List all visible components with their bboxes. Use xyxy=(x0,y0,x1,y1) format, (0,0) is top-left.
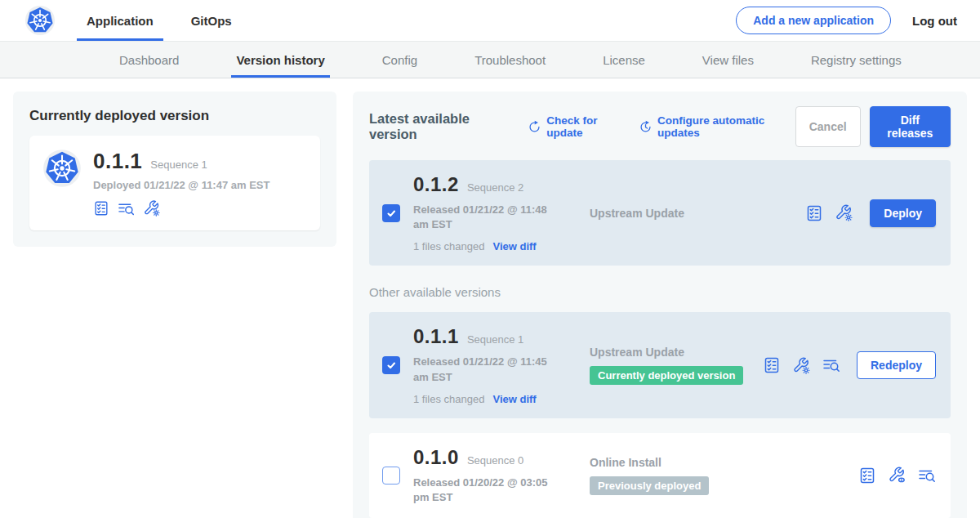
currently-deployed-panel: Currently deployed version 0.1.1 Sequenc… xyxy=(13,92,336,247)
subnav-tab-dashboard[interactable]: Dashboard xyxy=(114,42,184,78)
files-changed-label: 1 files changed xyxy=(413,393,484,405)
latest-version-header: Latest available version Check for updat… xyxy=(369,106,951,147)
version-source: Upstream Update Currently deployed versi… xyxy=(575,346,763,385)
subnav-tab-version-history[interactable]: Version history xyxy=(231,42,329,78)
sequence-label: Sequence 2 xyxy=(467,181,523,194)
version-source: Upstream Update xyxy=(575,207,805,220)
released-timestamp: Released 01/21/22 @ 11:45 am EST xyxy=(413,355,565,384)
version-row-0-1-1: 0.1.1 Sequence 1 Released 01/21/22 @ 11:… xyxy=(369,312,951,418)
view-config-icon[interactable] xyxy=(888,466,906,485)
version-number: 0.1.0 xyxy=(413,446,459,469)
currently-deployed-title: Currently deployed version xyxy=(29,108,320,124)
deployed-sequence-label: Sequence 1 xyxy=(150,159,207,171)
tab-application-label: Application xyxy=(87,14,154,28)
files-changed-label: 1 files changed xyxy=(413,240,484,252)
checkmark-icon xyxy=(385,359,397,371)
source-label: Upstream Update xyxy=(590,346,763,359)
subnav-tab-registry-settings[interactable]: Registry settings xyxy=(806,42,906,78)
cancel-button[interactable]: Cancel xyxy=(795,106,861,147)
version-select-checkbox[interactable] xyxy=(382,356,400,374)
preflight-checks-icon[interactable] xyxy=(858,467,876,485)
deployed-version-number: 0.1.1 xyxy=(93,149,142,174)
deploy-logs-icon[interactable] xyxy=(918,467,936,485)
subnav-tab-license[interactable]: License xyxy=(598,42,650,78)
sub-nav: Dashboard Version history Config Trouble… xyxy=(0,41,980,78)
view-diff-link[interactable]: View diff xyxy=(492,240,536,252)
other-versions-title: Other available versions xyxy=(369,285,951,299)
released-timestamp: Released 01/20/22 @ 03:05 pm EST xyxy=(413,476,565,505)
diff-releases-button[interactable]: Diff releases xyxy=(870,106,951,147)
version-select-checkbox[interactable] xyxy=(382,204,400,222)
released-timestamp: Released 01/21/22 @ 11:48 am EST xyxy=(413,203,565,232)
version-info: 0.1.0 Sequence 0 Released 01/20/22 @ 03:… xyxy=(413,446,575,505)
subnav-tab-view-files[interactable]: View files xyxy=(697,42,759,78)
refresh-icon xyxy=(528,120,541,134)
version-history-panel: Latest available version Check for updat… xyxy=(353,92,967,518)
sequence-label: Sequence 1 xyxy=(467,333,523,346)
previously-deployed-badge: Previously deployed xyxy=(590,476,709,495)
tab-gitops[interactable]: GitOps xyxy=(181,0,242,41)
version-source: Online Install Previously deployed xyxy=(575,456,858,495)
version-select-checkbox[interactable] xyxy=(382,467,400,485)
subnav-tab-troubleshoot[interactable]: Troubleshoot xyxy=(470,42,550,78)
deployed-timestamp: Deployed 01/21/22 @ 11:47 am EST xyxy=(93,179,270,191)
logout-link[interactable]: Log out xyxy=(912,14,957,28)
version-info: 0.1.1 Sequence 1 Released 01/21/22 @ 11:… xyxy=(413,325,575,404)
version-row-0-1-2: 0.1.2 Sequence 2 Released 01/21/22 @ 11:… xyxy=(369,160,951,266)
subnav-tab-config[interactable]: Config xyxy=(377,42,422,78)
main-content: Currently deployed version 0.1.1 Sequenc… xyxy=(0,78,980,518)
preflight-checks-icon[interactable] xyxy=(763,356,781,374)
check-for-update-link[interactable]: Check for update xyxy=(528,114,627,139)
version-row-0-1-0: 0.1.0 Sequence 0 Released 01/20/22 @ 03:… xyxy=(369,433,951,518)
deployed-version-card: 0.1.1 Sequence 1 Deployed 01/21/22 @ 11:… xyxy=(29,136,320,230)
version-number: 0.1.1 xyxy=(413,325,459,348)
preflight-checks-icon[interactable] xyxy=(93,200,109,217)
currently-deployed-badge: Currently deployed version xyxy=(590,366,743,385)
tab-application[interactable]: Application xyxy=(77,0,163,41)
deploy-button[interactable]: Deploy xyxy=(870,199,936,227)
view-diff-link[interactable]: View diff xyxy=(492,393,536,405)
configure-automatic-updates-label: Configure automatic updates xyxy=(657,114,795,139)
version-info: 0.1.2 Sequence 2 Released 01/21/22 @ 11:… xyxy=(413,173,575,252)
checkmark-icon xyxy=(385,208,397,219)
app-tabs: Application GitOps xyxy=(77,0,242,41)
top-nav: Application GitOps Add a new application… xyxy=(0,0,980,41)
deployed-version-info: 0.1.1 Sequence 1 Deployed 01/21/22 @ 11:… xyxy=(93,149,270,217)
add-new-application-button[interactable]: Add a new application xyxy=(736,7,891,34)
deploy-logs-icon[interactable] xyxy=(822,356,840,374)
configure-automatic-updates-link[interactable]: Configure automatic updates xyxy=(639,114,795,139)
kubernetes-logo-icon xyxy=(24,5,56,36)
check-for-update-label: Check for update xyxy=(546,114,627,139)
edit-config-icon[interactable] xyxy=(792,356,811,375)
source-label: Online Install xyxy=(590,456,858,469)
kots-admin-console: Application GitOps Add a new application… xyxy=(0,0,980,518)
edit-config-icon[interactable] xyxy=(143,199,161,217)
version-number: 0.1.2 xyxy=(413,173,459,196)
sequence-label: Sequence 0 xyxy=(467,454,523,467)
latest-available-title: Latest available version xyxy=(369,111,508,142)
source-label: Upstream Update xyxy=(590,207,805,220)
redeploy-button[interactable]: Redeploy xyxy=(857,351,936,379)
app-icon-kubernetes xyxy=(42,149,82,188)
edit-config-icon[interactable] xyxy=(835,203,853,222)
deploy-logs-icon[interactable] xyxy=(118,200,135,217)
preflight-checks-icon[interactable] xyxy=(805,204,823,222)
tab-gitops-label: GitOps xyxy=(191,14,232,28)
schedule-update-icon xyxy=(639,120,653,134)
